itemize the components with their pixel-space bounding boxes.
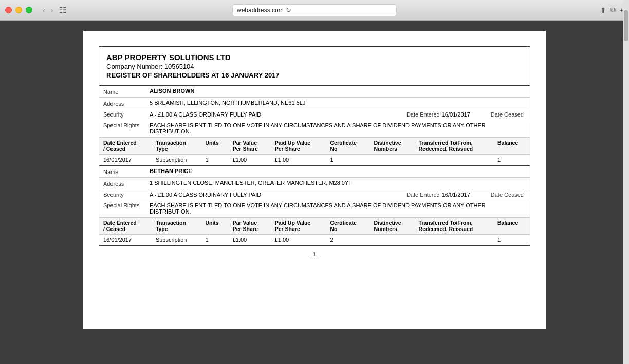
th-units-1: Units	[201, 138, 228, 155]
td-type-2-0: Subscription	[152, 235, 201, 245]
address-row-2: Address 1 SHILLINGTEN CLOSE, MANCHESTER,…	[99, 178, 530, 189]
page-area: ABP PROPERTY SOLUTIONS LTD Company Numbe…	[0, 21, 629, 364]
table-header-row-1: Date Entered/ Ceased TransactionType Uni…	[99, 138, 530, 155]
company-name: ABP PROPERTY SOLUTIONS LTD	[106, 53, 523, 62]
company-number-line: Company Number: 10565104	[106, 63, 523, 70]
security-meta-2: Date Entered 16/01/2017 Date Ceased	[406, 191, 526, 198]
td-transferred-2-0	[415, 235, 493, 245]
td-units-2-0: 1	[201, 235, 228, 245]
browser-chrome: ‹ › ☷ webaddress.com ↻ ⬆ ⧉ +	[0, 0, 629, 21]
th-transferred-1: Transferred To/From,Redeemed, Reissued	[415, 138, 493, 155]
nav-buttons: ‹ ›	[41, 5, 55, 15]
share-button[interactable]: ⬆	[600, 6, 606, 14]
special-rights-row-2: Special Rights EACH SHARE IS ENTITLED TO…	[99, 200, 530, 217]
address-label-2: Address	[103, 180, 150, 187]
company-number-value: 10565104	[164, 63, 194, 70]
date-entered-label-1: Date Entered	[406, 111, 440, 118]
page-number: -1-	[99, 251, 530, 257]
table-row-2-0: 16/01/2017 Subscription 1 £1.00 £1.00 2 …	[99, 235, 530, 245]
security-label-1: Security	[103, 111, 150, 118]
minimize-button[interactable]	[15, 7, 22, 13]
back-button[interactable]: ‹	[41, 5, 47, 15]
th-cert-1: CertificateNo	[326, 138, 369, 155]
th-paid-2: Paid Up ValuePer Share	[271, 218, 326, 235]
td-cert-1-0: 1	[326, 155, 369, 165]
security-row-1: Security A - £1.00 A CLASS ORDINARY FULL…	[99, 109, 530, 120]
date-entered-label-2: Date Entered	[406, 191, 440, 198]
security-value-2: A - £1.00 A CLASS ORDINARY FULLY PAID	[150, 191, 406, 198]
name-row-1: Name ALISON BROWN	[99, 86, 530, 98]
shareholder-section-2: Name BETHAN PRICE Address 1 SHILLINGTEN …	[99, 166, 530, 246]
th-paid-1: Paid Up ValuePer Share	[271, 138, 326, 155]
sidebar-button[interactable]: ☷	[59, 5, 66, 15]
date-ceased-label-2: Date Ceased	[491, 191, 524, 198]
name-row-2: Name BETHAN PRICE	[99, 166, 530, 178]
td-par-1-0: £1.00	[229, 155, 271, 165]
date-entered-value-2: 16/01/2017	[442, 191, 470, 198]
th-type-1: TransactionType	[152, 138, 201, 155]
th-transferred-2: Transferred To/From,Redeemed, Reissued	[415, 218, 493, 235]
security-value-1: A - £1.00 A CLASS ORDINARY FULLY PAID	[150, 111, 406, 118]
th-date-1: Date Entered/ Ceased	[99, 138, 152, 155]
reload-button[interactable]: ↻	[286, 6, 291, 14]
name-label-1: Name	[103, 88, 150, 95]
td-units-1-0: 1	[201, 155, 228, 165]
traffic-lights	[5, 7, 32, 13]
name-label-2: Name	[103, 168, 150, 175]
scrollbar-thumb[interactable]	[624, 10, 628, 41]
td-date-2-0: 16/01/2017	[99, 235, 152, 245]
special-rights-label-2: Special Rights	[103, 202, 150, 208]
security-meta-1: Date Entered 16/01/2017 Date Ceased	[406, 111, 526, 118]
security-label-2: Security	[103, 191, 150, 198]
th-date-2: Date Entered/ Ceased	[99, 218, 152, 235]
new-tab-button[interactable]: ⧉	[610, 6, 616, 14]
special-rights-value-1: EACH SHARE IS ENTITLED TO ONE VOTE IN AN…	[150, 122, 526, 135]
company-number-label: Company Number:	[106, 63, 162, 70]
special-rights-value-2: EACH SHARE IS ENTITLED TO ONE VOTE IN AN…	[150, 202, 526, 215]
browser-actions: ⬆ ⧉ +	[600, 6, 624, 14]
date-ceased-meta-1: Date Ceased	[491, 111, 526, 118]
share-table-1: Date Entered/ Ceased TransactionType Uni…	[99, 137, 530, 165]
th-type-2: TransactionType	[152, 218, 201, 235]
th-cert-2: CertificateNo	[326, 218, 369, 235]
td-paid-1-0: £1.00	[271, 155, 326, 165]
scrollbar[interactable]	[623, 0, 629, 364]
td-balance-1-0: 1	[493, 155, 530, 165]
url-text: webaddress.com	[237, 7, 284, 14]
special-rights-label-1: Special Rights	[103, 122, 150, 128]
td-transferred-1-0	[415, 155, 493, 165]
share-table-2: Date Entered/ Ceased TransactionType Uni…	[99, 217, 530, 245]
td-type-1-0: Subscription	[152, 155, 201, 165]
name-value-1: ALISON BROWN	[150, 88, 526, 94]
doc-header: ABP PROPERTY SOLUTIONS LTD Company Numbe…	[99, 46, 530, 86]
date-entered-value-1: 16/01/2017	[442, 111, 470, 118]
date-ceased-label-1: Date Ceased	[491, 111, 524, 118]
shareholder-section-1: Name ALISON BROWN Address 5 BREAMISH, EL…	[99, 86, 530, 166]
th-balance-2: Balance	[493, 218, 530, 235]
close-button[interactable]	[5, 7, 12, 13]
th-balance-1: Balance	[493, 138, 530, 155]
register-title: REGISTER OF SHAREHOLDERS AT 16 JANUARY 2…	[106, 71, 523, 79]
document: ABP PROPERTY SOLUTIONS LTD Company Numbe…	[83, 31, 546, 329]
th-par-2: Par ValuePer Share	[229, 218, 271, 235]
special-rights-row-1: Special Rights EACH SHARE IS ENTITLED TO…	[99, 120, 530, 137]
date-ceased-meta-2: Date Ceased	[491, 191, 526, 198]
date-entered-meta-1: Date Entered 16/01/2017	[406, 111, 470, 118]
address-bar[interactable]: webaddress.com ↻	[232, 4, 397, 16]
date-entered-meta-2: Date Entered 16/01/2017	[406, 191, 470, 198]
td-balance-2-0: 1	[493, 235, 530, 245]
td-distinctive-2-0	[369, 235, 414, 245]
maximize-button[interactable]	[26, 7, 32, 13]
th-units-2: Units	[201, 218, 228, 235]
table-header-row-2: Date Entered/ Ceased TransactionType Uni…	[99, 218, 530, 235]
address-row-1: Address 5 BREAMISH, ELLINGTON, NORTHUMBE…	[99, 98, 530, 109]
forward-button[interactable]: ›	[49, 5, 55, 15]
address-value-1: 5 BREAMISH, ELLINGTON, NORTHUMBERLAND, N…	[150, 100, 526, 106]
td-distinctive-1-0	[369, 155, 414, 165]
name-value-2: BETHAN PRICE	[150, 168, 526, 174]
address-label-1: Address	[103, 100, 150, 107]
td-cert-2-0: 2	[326, 235, 369, 245]
th-distinctive-2: DistinctiveNumbers	[369, 218, 414, 235]
td-date-1-0: 16/01/2017	[99, 155, 152, 165]
td-par-2-0: £1.00	[229, 235, 271, 245]
